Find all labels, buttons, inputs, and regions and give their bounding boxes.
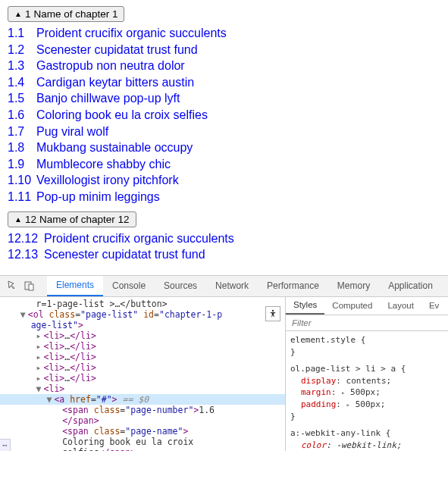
dom-tree-panel[interactable]: r=1-page-list >…</button> ▼<ol class="pa… xyxy=(0,297,285,451)
dom-node[interactable]: ▸<li>…</li> xyxy=(0,352,285,362)
page-link[interactable]: 12.13Scenester cupidatat trust fund xyxy=(8,246,440,263)
page-name: Banjo chillwave pop-up lyft xyxy=(36,90,180,107)
page-link[interactable]: 1.8Mukbang sustainable occupy xyxy=(8,139,440,156)
devtools-tab-memory[interactable]: Memory xyxy=(328,276,379,296)
css-rule[interactable]: element.style {} xyxy=(290,334,443,358)
list-item: 1.3Gastropub non neutra dolor xyxy=(8,58,440,74)
devtools-panel: ElementsConsoleSourcesNetworkPerformance… xyxy=(0,275,448,451)
styles-tab-ev[interactable]: Ev xyxy=(421,297,446,315)
styles-filter-input[interactable] xyxy=(286,315,448,330)
page-number: 1.6 xyxy=(8,107,36,124)
styles-tab-styles[interactable]: Styles xyxy=(286,297,324,315)
css-rule[interactable]: ol.page-list > li > a {display: contents… xyxy=(290,363,443,424)
page-number: 1.8 xyxy=(8,139,36,156)
chapter-toggle-1[interactable]: ▲ 1 Name of chapter 1 xyxy=(8,6,124,22)
page-name: Coloring book eu la croix selfies xyxy=(36,107,208,124)
list-item: 1.8Mukbang sustainable occupy xyxy=(8,139,440,156)
dom-node[interactable]: </span> xyxy=(0,415,285,426)
css-rule[interactable]: a:-webkit-any-link {color: -webkit-link;… xyxy=(290,427,443,450)
page-content: ▲ 1 Name of chapter 1 1.1Proident crucif… xyxy=(0,0,448,275)
dom-node[interactable]: ▸<li>…</li> xyxy=(0,362,285,373)
accessibility-icon[interactable] xyxy=(265,306,280,321)
styles-rules[interactable]: element.style {}ol.page-list > li > a {d… xyxy=(286,331,448,451)
page-link[interactable]: 1.1Proident crucifix organic succulents xyxy=(8,25,440,42)
svg-point-2 xyxy=(272,310,274,312)
page-name: Mukbang sustainable occupy xyxy=(36,139,193,156)
device-toggle-icon[interactable] xyxy=(21,277,38,294)
dom-node[interactable]: ▸<li>…</li> xyxy=(0,373,285,384)
inspect-icon[interactable] xyxy=(5,277,21,294)
list-item: 1.6Coloring book eu la croix selfies xyxy=(8,107,440,124)
page-link[interactable]: 1.3Gastropub non neutra dolor xyxy=(8,58,440,74)
page-link[interactable]: 1.11Pop-up minim leggings xyxy=(8,189,440,205)
dom-node[interactable]: ▼<ol class="page-list" id="chapter-1-p xyxy=(0,309,285,320)
styles-tab-bar: StylesComputedLayoutEv xyxy=(286,297,448,315)
page-number: 1.4 xyxy=(8,74,36,91)
page-link[interactable]: 1.7Pug viral wolf xyxy=(8,124,440,140)
chapter-num: 12 xyxy=(25,214,36,225)
devtools-tab-elements[interactable]: Elements xyxy=(47,276,103,296)
page-link[interactable]: 1.4Cardigan keytar bitters austin xyxy=(8,74,440,91)
devtools-tab-application[interactable]: Application xyxy=(379,276,442,296)
page-number: 1.1 xyxy=(8,25,36,42)
list-item: 12.12Proident crucifix organic succulent… xyxy=(8,230,440,247)
page-link[interactable]: 12.12Proident crucifix organic succulent… xyxy=(8,230,440,247)
triangle-up-icon: ▲ xyxy=(14,10,22,18)
page-number: 1.7 xyxy=(8,124,36,140)
dom-node[interactable]: <span class="page-name"> xyxy=(0,426,285,437)
page-number: 1.3 xyxy=(8,58,36,74)
page-list-1: 1.1Proident crucifix organic succulents1… xyxy=(8,25,440,205)
dom-node[interactable]: ▸<li>…</li> xyxy=(0,341,285,352)
devtools-tab-performance[interactable]: Performance xyxy=(258,276,328,296)
devtools-tab-network[interactable]: Network xyxy=(206,276,258,296)
page-link[interactable]: 1.10Vexillologist irony pitchfork xyxy=(8,172,440,189)
page-link[interactable]: 1.6Coloring book eu la croix selfies xyxy=(8,107,440,124)
page-name: Mumblecore shabby chic xyxy=(36,156,171,173)
page-link[interactable]: 1.9Mumblecore shabby chic xyxy=(8,156,440,173)
page-name: Cardigan keytar bitters austin xyxy=(36,74,194,91)
chapter-num: 1 xyxy=(25,8,31,20)
styles-tab-computed[interactable]: Computed xyxy=(324,297,380,315)
dom-node[interactable]: selfies</span> xyxy=(0,447,285,451)
list-item: 1.10Vexillologist irony pitchfork xyxy=(8,172,440,189)
devtools-tab-sources[interactable]: Sources xyxy=(155,276,206,296)
dom-node[interactable]: r=1-page-list >…</button> xyxy=(0,299,285,309)
dom-node[interactable]: <span class="page-number">1.6 xyxy=(0,405,285,415)
breadcrumb-overflow[interactable]: ⋯ xyxy=(0,439,11,451)
page-link[interactable]: 1.2Scenester cupidatat trust fund xyxy=(8,42,440,58)
styles-panel: StylesComputedLayoutEv element.style {}o… xyxy=(285,297,448,451)
page-number: 1.9 xyxy=(8,156,36,173)
devtools-tab-bar: ElementsConsoleSourcesNetworkPerformance… xyxy=(0,276,448,297)
devtools-tab-console[interactable]: Console xyxy=(103,276,155,296)
dom-node[interactable]: Coloring book eu la croix xyxy=(0,437,285,447)
page-name: Vexillologist irony pitchfork xyxy=(36,172,179,189)
page-number: 12.13 xyxy=(8,246,44,263)
chapter-label: Name of chapter 12 xyxy=(39,214,130,225)
styles-tab-layout[interactable]: Layout xyxy=(380,297,421,315)
dom-node[interactable]: ▼<a href="#"> == $0 xyxy=(0,394,285,405)
list-item: 12.13Scenester cupidatat trust fund xyxy=(8,246,440,263)
page-link[interactable]: 1.5Banjo chillwave pop-up lyft xyxy=(8,90,440,107)
list-item: 1.11Pop-up minim leggings xyxy=(8,189,440,205)
list-item: 1.4Cardigan keytar bitters austin xyxy=(8,74,440,91)
dom-node[interactable]: ▼<li> xyxy=(0,384,285,394)
page-name: Proident crucifix organic succulents xyxy=(36,25,227,42)
page-number: 1.5 xyxy=(8,90,36,107)
page-name: Pop-up minim leggings xyxy=(36,189,160,205)
page-name: Scenester cupidatat trust fund xyxy=(44,246,205,263)
dom-node[interactable]: ▸<li>…</li> xyxy=(0,330,285,341)
page-name: Pug viral wolf xyxy=(36,124,108,140)
page-name: Proident crucifix organic succulents xyxy=(44,230,234,247)
chapter-label: Name of chapter 1 xyxy=(33,8,117,20)
dom-node[interactable]: age-list"> xyxy=(0,320,285,330)
chapter-toggle-12[interactable]: ▲ 12 Name of chapter 12 xyxy=(8,211,136,227)
list-item: 1.5Banjo chillwave pop-up lyft xyxy=(8,90,440,107)
styles-filter xyxy=(286,315,448,331)
svg-rect-1 xyxy=(29,284,33,290)
page-number: 1.11 xyxy=(8,189,36,205)
page-number: 1.2 xyxy=(8,42,36,58)
devtools-body: r=1-page-list >…</button> ▼<ol class="pa… xyxy=(0,297,448,451)
page-name: Scenester cupidatat trust fund xyxy=(36,42,198,58)
list-item: 1.2Scenester cupidatat trust fund xyxy=(8,42,440,58)
page-number: 1.10 xyxy=(8,172,36,189)
